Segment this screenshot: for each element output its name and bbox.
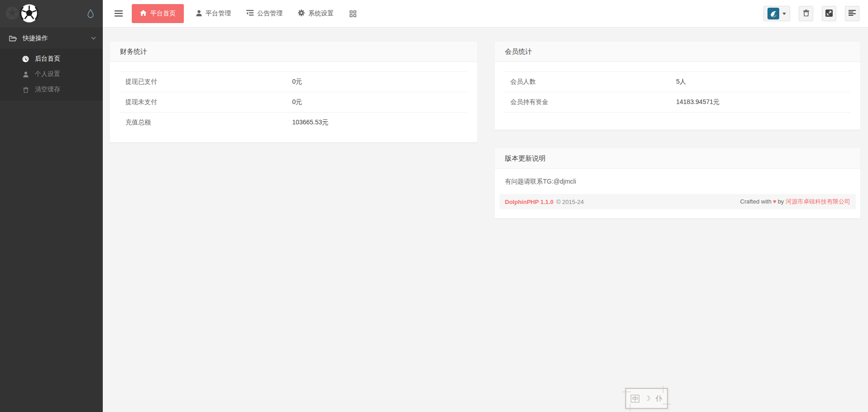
input-method-watermark: 中 ☽ 仆	[625, 388, 668, 409]
stat-value: 0元	[287, 92, 467, 113]
table-row: 充值总额 103665.53元	[120, 113, 467, 133]
dashboard-icon	[22, 56, 29, 62]
footer-right: Crafted with♥by 河源市卓锐科技有限公司	[740, 198, 850, 206]
stat-value: 103665.53元	[287, 113, 467, 133]
stat-value: 0元	[287, 72, 467, 92]
tab-label: 平台管理	[206, 9, 231, 18]
tab-system-settings[interactable]: 系统设置	[290, 0, 341, 28]
user-icon	[196, 10, 202, 18]
tab-announcement-management[interactable]: 公告管理	[239, 0, 290, 28]
panel-list-button[interactable]	[845, 6, 859, 21]
sidebar-toggle-button[interactable]	[113, 8, 125, 19]
footer-left: DolphinPHP 1.1.0© 2015-24	[505, 199, 584, 205]
folder-open-icon	[9, 35, 17, 42]
external-link-icon	[825, 9, 833, 18]
table-row: 提现未支付 0元	[120, 92, 467, 113]
ime-chinese-mode-glyph: 中	[631, 395, 639, 403]
user-icon	[22, 71, 29, 77]
members-table: 会员人数 5人 会员持有资金 14183.94571元	[505, 71, 850, 113]
card-title: 财务统计	[110, 42, 477, 62]
sketch-tick	[630, 404, 630, 411]
version-notes-card: 版本更新说明 有问题请联系TG:@djmcli DolphinPHP 1.1.0…	[495, 148, 860, 218]
company-link[interactable]: 河源市卓锐科技有限公司	[786, 198, 850, 205]
table-row: 提现已支付 0元	[120, 72, 467, 92]
stat-label: 会员持有资金	[505, 92, 671, 113]
card-title: 版本更新说明	[495, 148, 860, 169]
sidebar: 快捷操作 后台首页 个人设置 清空缓存	[0, 0, 103, 412]
sidebar-submenu: 后台首页 个人设置 清空缓存	[0, 49, 103, 101]
crafted-with-text: Crafted with	[740, 198, 772, 205]
tab-platform-home[interactable]: 平台首页	[132, 4, 184, 23]
stat-label: 会员人数	[505, 72, 671, 92]
sidebar-group-label: 快捷操作	[23, 34, 48, 43]
sidebar-item-clear-cache[interactable]: 清空缓存	[0, 82, 103, 97]
navbar-actions	[763, 6, 868, 21]
ime-moon-glyph: ☽	[644, 394, 650, 403]
stat-value: 14183.94571元	[671, 92, 850, 113]
dolphinphp-logo-icon	[767, 8, 779, 19]
heart-icon: ♥	[772, 198, 778, 205]
version-footer: DolphinPHP 1.1.0© 2015-24 Crafted with♥b…	[499, 194, 856, 209]
finance-card-body: 提现已支付 0元 提现未支付 0元 充值总额 103665.53元	[110, 62, 477, 142]
sidebar-item-label: 清空缓存	[35, 85, 60, 94]
finance-table: 提现已支付 0元 提现未支付 0元 充值总额 103665.53元	[120, 71, 467, 133]
trash-icon	[22, 87, 29, 93]
tab-label: 系统设置	[308, 9, 334, 18]
card-title: 会员统计	[495, 42, 860, 62]
list-outdent-icon	[246, 10, 254, 17]
tab-label: 平台首页	[150, 9, 176, 18]
by-text: by	[778, 198, 784, 205]
dolphinphp-version-link[interactable]: DolphinPHP 1.1.0	[505, 199, 553, 205]
sidebar-item-label: 后台首页	[35, 55, 60, 63]
stat-label: 提现未支付	[120, 92, 287, 113]
sidebar-item-label: 个人设置	[35, 70, 60, 78]
tab-label: 公告管理	[257, 9, 283, 18]
caret-down-icon	[782, 13, 786, 15]
main-content: 财务统计 提现已支付 0元 提现未支付 0元 充值总额 103	[103, 28, 868, 412]
list-bars-icon	[849, 10, 856, 17]
sketch-tick	[623, 392, 631, 392]
sidebar-group-quick-actions[interactable]: 快捷操作	[0, 28, 103, 49]
content-right-column: 会员统计 会员人数 5人 会员持有资金 14183.94571元	[495, 42, 860, 237]
droplet-icon	[87, 9, 94, 19]
sidebar-logo-area	[0, 0, 103, 28]
content-left-column: 财务统计 提现已支付 0元 提现未支付 0元 充值总额 103	[110, 42, 477, 161]
version-note: 有问题请联系TG:@djmcli	[505, 178, 850, 186]
chevron-down-icon	[91, 37, 96, 40]
sketch-tick	[663, 386, 663, 393]
members-card-body: 会员人数 5人 会员持有资金 14183.94571元	[495, 62, 860, 130]
dolphin-dropdown-button[interactable]	[763, 6, 790, 21]
sidebar-item-personal-settings[interactable]: 个人设置	[0, 66, 103, 82]
soccer-ball-ghost-icon	[5, 6, 19, 21]
fullscreen-button[interactable]	[822, 6, 836, 21]
tab-platform-management[interactable]: 平台管理	[188, 0, 239, 28]
grid-apps-icon[interactable]	[347, 8, 359, 20]
copyright-text: © 2015-24	[556, 199, 584, 205]
stat-value: 5人	[671, 72, 850, 92]
stat-label: 充值总额	[120, 113, 287, 133]
version-card-body: 有问题请联系TG:@djmcli DolphinPHP 1.1.0© 2015-…	[495, 169, 860, 214]
admin-dashboard: 快捷操作 后台首页 个人设置 清空缓存	[0, 0, 868, 412]
finance-stats-card: 财务统计 提现已支付 0元 提现未支付 0元 充值总额 103	[110, 42, 477, 142]
table-row: 会员持有资金 14183.94571元	[505, 92, 850, 113]
ime-symbol-glyph: 仆	[656, 394, 662, 403]
soccer-ball-logo-icon	[20, 4, 38, 24]
stat-label: 提现已支付	[120, 72, 287, 92]
top-navbar: 平台首页 平台管理 公告管理 系统设置	[103, 0, 868, 28]
sidebar-item-backend-home[interactable]: 后台首页	[0, 51, 103, 66]
gear-icon	[298, 9, 305, 18]
nav-tabs: 平台首页 平台管理 公告管理 系统设置	[131, 0, 341, 28]
sketch-tick	[662, 404, 671, 404]
table-row: 会员人数 5人	[505, 72, 850, 92]
clear-cache-button[interactable]	[799, 6, 813, 21]
trash-icon	[803, 9, 809, 18]
home-icon	[140, 10, 147, 17]
member-stats-card: 会员统计 会员人数 5人 会员持有资金 14183.94571元	[495, 42, 860, 130]
